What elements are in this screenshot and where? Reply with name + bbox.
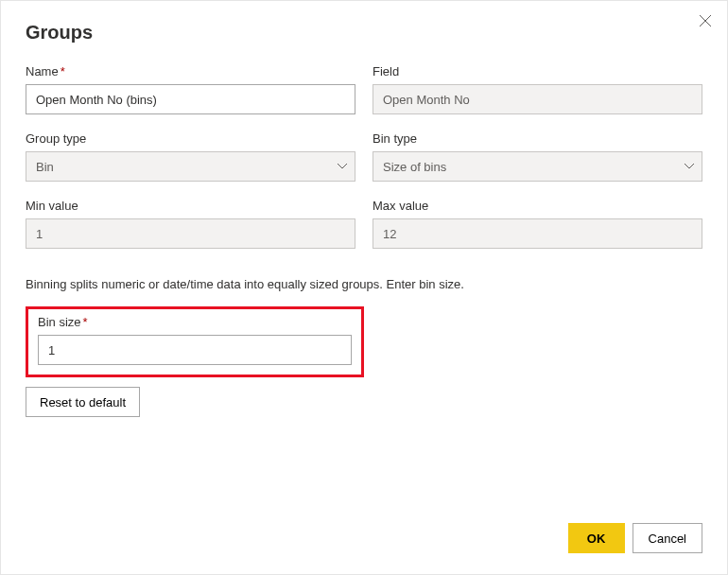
bin-size-label: Bin size*	[38, 315, 352, 329]
reset-to-default-button[interactable]: Reset to default	[26, 387, 140, 417]
close-icon	[699, 14, 712, 27]
dialog-title: Groups	[26, 22, 702, 44]
group-type-label: Group type	[26, 131, 355, 146]
min-value-input	[26, 218, 355, 249]
name-label: Name*	[26, 64, 355, 78]
ok-button[interactable]: OK	[568, 523, 625, 553]
name-input[interactable]	[26, 84, 355, 114]
row-grouptype-bintype: Group type Bin type	[26, 131, 702, 182]
row-name-field: Name* Field	[26, 64, 702, 114]
bin-size-required: *	[83, 315, 88, 329]
max-value-label: Max value	[373, 199, 702, 213]
group-type-select[interactable]	[26, 151, 355, 182]
dialog-footer: OK Cancel	[26, 504, 702, 553]
row-min-max: Min value Max value	[26, 199, 702, 249]
bin-type-label: Bin type	[373, 131, 702, 146]
field-input	[373, 84, 702, 114]
close-button[interactable]	[695, 10, 716, 31]
binning-description: Binning splits numeric or date/time data…	[26, 277, 702, 291]
groups-dialog: Groups Name* Field Group type Bin type	[1, 1, 727, 574]
bin-size-label-text: Bin size	[38, 315, 81, 329]
cancel-button[interactable]: Cancel	[633, 523, 702, 553]
min-value-label: Min value	[26, 199, 355, 213]
bin-type-value[interactable]	[373, 151, 702, 182]
bin-type-select[interactable]	[373, 151, 702, 182]
field-label: Field	[373, 64, 702, 78]
bin-size-input[interactable]	[38, 335, 352, 365]
max-value-input	[373, 218, 702, 249]
group-type-value[interactable]	[26, 151, 355, 182]
bin-size-highlight: Bin size*	[26, 306, 364, 377]
name-required: *	[61, 64, 65, 78]
name-label-text: Name	[26, 64, 59, 78]
